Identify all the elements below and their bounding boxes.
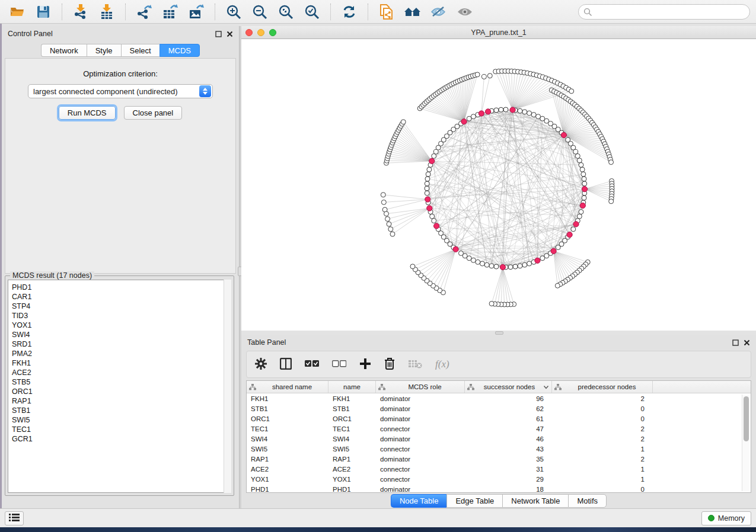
network-node[interactable] — [476, 259, 480, 264]
network-node[interactable] — [555, 283, 560, 288]
table-row[interactable]: TEC1TEC1connector472 — [247, 424, 751, 434]
mcds-result-item[interactable]: TEC1 — [12, 425, 231, 434]
network-node[interactable] — [579, 162, 583, 167]
table-cell[interactable]: TEC1 — [328, 425, 376, 432]
table-cell[interactable]: YOX1 — [247, 476, 328, 483]
network-node[interactable] — [390, 232, 395, 236]
network-hub-node[interactable] — [434, 223, 439, 229]
clone-network-button[interactable] — [375, 2, 398, 21]
table-cell[interactable]: TEC1 — [247, 425, 328, 432]
delete-column-icon[interactable] — [384, 357, 395, 371]
network-node[interactable] — [427, 167, 432, 172]
table-cell[interactable]: dominator — [376, 395, 465, 402]
column-header-MCDS-role[interactable]: MCDS role — [376, 381, 465, 393]
network-node[interactable] — [471, 114, 476, 119]
mcds-result-item[interactable]: FKH1 — [12, 358, 231, 368]
table-cell[interactable]: 43 — [465, 446, 552, 453]
table-cell[interactable]: 1 — [552, 466, 653, 473]
table-cell[interactable]: connector — [376, 446, 465, 453]
network-node[interactable] — [582, 181, 587, 186]
table-row[interactable]: PHD1PHD1dominator180 — [247, 484, 751, 493]
table-cell[interactable]: ORC1 — [247, 415, 328, 422]
network-node[interactable] — [582, 196, 586, 200]
network-node[interactable] — [499, 107, 503, 112]
table-cell[interactable]: dominator — [376, 456, 465, 463]
horizontal-splitter[interactable] — [241, 331, 756, 335]
scrollbar-thumb[interactable] — [744, 396, 749, 441]
network-node[interactable] — [388, 227, 393, 232]
hide-selected-button[interactable] — [428, 2, 450, 21]
table-cell[interactable]: SWI4 — [328, 435, 376, 443]
network-node[interactable] — [387, 222, 391, 226]
column-header-predecessor-nodes[interactable]: predecessor nodes — [552, 381, 653, 393]
network-node[interactable] — [556, 245, 560, 250]
network-node[interactable] — [522, 262, 527, 267]
run-mcds-button[interactable]: Run MCDS — [59, 106, 116, 120]
table-cell[interactable]: FKH1 — [328, 395, 376, 402]
search-input[interactable] — [578, 4, 750, 20]
table-cell[interactable]: connector — [376, 425, 465, 432]
deselect-all-icon[interactable] — [332, 360, 346, 370]
network-node[interactable] — [540, 256, 545, 261]
network-hub-node[interactable] — [561, 132, 566, 137]
network-node[interactable] — [480, 261, 484, 266]
table-cell[interactable]: 35 — [465, 456, 552, 463]
network-node[interactable] — [384, 211, 389, 216]
delete-table-icon[interactable] — [408, 359, 422, 370]
table-scrollbar[interactable] — [742, 395, 749, 491]
mcds-result-item[interactable]: SRD1 — [12, 339, 231, 349]
network-node[interactable] — [458, 251, 463, 255]
network-hub-node[interactable] — [535, 258, 540, 263]
network-node[interactable] — [513, 264, 518, 269]
zoom-out-button[interactable] — [248, 2, 271, 21]
network-hub-node[interactable] — [573, 222, 579, 227]
network-node[interactable] — [577, 214, 582, 219]
network-node[interactable] — [381, 200, 386, 204]
close-panel-icon[interactable] — [744, 339, 750, 346]
table-cell[interactable]: RAP1 — [247, 456, 328, 463]
table-row[interactable]: STB1STB1dominator620 — [247, 403, 751, 414]
mcds-result-item[interactable]: SWI5 — [12, 415, 231, 425]
column-header-name[interactable]: name — [328, 381, 376, 393]
network-node[interactable] — [484, 262, 489, 267]
table-cell[interactable]: SWI4 — [247, 435, 328, 443]
table-settings-icon[interactable] — [255, 358, 267, 371]
network-node[interactable] — [579, 210, 583, 214]
control-tab-mcds[interactable]: MCDS — [160, 44, 200, 57]
network-node[interactable] — [401, 120, 406, 124]
network-node[interactable] — [577, 158, 582, 163]
network-hub-node[interactable] — [567, 232, 572, 238]
table-row[interactable]: YOX1YOX1connector291 — [247, 474, 751, 484]
save-session-button[interactable] — [32, 2, 55, 21]
network-node[interactable] — [489, 302, 494, 306]
close-panel-button[interactable]: Close panel — [124, 106, 183, 120]
select-all-icon[interactable] — [305, 360, 319, 370]
network-node[interactable] — [609, 160, 614, 165]
table-cell[interactable]: FKH1 — [247, 395, 328, 402]
splitter-handle[interactable] — [495, 331, 503, 335]
show-panels-button[interactable] — [5, 511, 24, 525]
add-column-icon[interactable] — [359, 358, 371, 371]
network-hub-node[interactable] — [479, 111, 484, 116]
network-node[interactable] — [430, 214, 435, 219]
network-node[interactable] — [487, 73, 492, 78]
network-node[interactable] — [527, 261, 532, 266]
mcds-list-scrollbar[interactable] — [224, 280, 231, 493]
table-row[interactable]: SWI4SWI4dominator462 — [247, 434, 751, 444]
table-cell[interactable]: dominator — [376, 405, 465, 412]
table-cell[interactable]: STB1 — [328, 405, 376, 412]
export-network-button[interactable] — [133, 2, 155, 21]
table-tab-edge-table[interactable]: Edge Table — [446, 494, 502, 508]
network-node[interactable] — [481, 75, 486, 79]
mcds-result-list[interactable]: PHD1CAR1STP4TID3YOX1SWI4SRD1PMA2FKH1ACE2… — [8, 280, 231, 493]
network-node[interactable] — [531, 113, 536, 117]
network-node[interactable] — [580, 167, 585, 172]
network-hub-node[interactable] — [582, 187, 587, 192]
apply-layout-button[interactable] — [338, 2, 361, 21]
table-cell[interactable]: 62 — [465, 405, 552, 412]
control-tab-select[interactable]: Select — [121, 44, 160, 57]
table-cell[interactable]: connector — [376, 476, 465, 483]
function-builder-icon[interactable]: f(x) — [435, 358, 449, 370]
network-hub-node[interactable] — [461, 119, 467, 124]
column-header-shared-name[interactable]: shared name — [247, 381, 328, 393]
